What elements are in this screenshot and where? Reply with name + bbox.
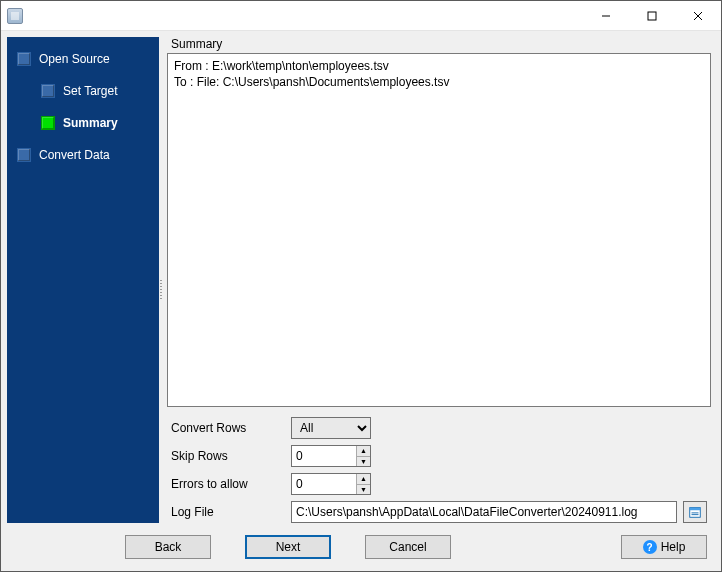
skip-rows-label: Skip Rows [171,449,291,463]
spin-up-icon[interactable]: ▲ [357,446,370,457]
back-button[interactable]: Back [125,535,211,559]
spin-down-icon[interactable]: ▼ [357,485,370,495]
step-label: Convert Data [39,148,110,162]
step-open-source[interactable]: Open Source [7,47,159,71]
browse-log-button[interactable] [683,501,707,523]
summary-textbox[interactable]: From : E:\work\temp\nton\employees.tsv T… [167,53,711,407]
wizard-button-row: Back Next Cancel ? Help [1,523,721,571]
skip-rows-spinner[interactable]: ▲ ▼ [291,445,371,467]
spin-down-icon[interactable]: ▼ [357,457,370,467]
wizard-window: Open Source Set Target Summary Convert D… [0,0,722,572]
log-file-label: Log File [171,505,291,519]
maximize-button[interactable] [629,1,675,30]
wizard-content: Summary From : E:\work\temp\nton\employe… [163,37,715,523]
minimize-button[interactable] [583,1,629,30]
step-label: Set Target [63,84,117,98]
summary-heading: Summary [171,37,711,51]
step-marker-icon [17,52,31,66]
titlebar [1,1,721,31]
convert-rows-label: Convert Rows [171,421,291,435]
app-icon [7,8,23,24]
log-file-input[interactable] [291,501,677,523]
step-label: Summary [63,116,118,130]
step-marker-icon [41,84,55,98]
step-label: Open Source [39,52,110,66]
step-summary[interactable]: Summary [31,111,159,135]
open-file-icon [688,505,702,519]
skip-rows-input[interactable] [292,446,356,466]
step-marker-icon [17,148,31,162]
splitter-handle[interactable] [159,37,163,523]
errors-spinner[interactable]: ▲ ▼ [291,473,371,495]
options-form: Convert Rows All Skip Rows ▲ ▼ [167,417,711,523]
step-set-target[interactable]: Set Target [31,79,159,103]
spin-up-icon[interactable]: ▲ [357,474,370,485]
step-convert-data[interactable]: Convert Data [7,143,159,167]
errors-label: Errors to allow [171,477,291,491]
errors-input[interactable] [292,474,356,494]
convert-rows-select[interactable]: All [291,417,371,439]
svg-rect-5 [690,508,701,511]
svg-rect-1 [648,12,656,20]
help-icon: ? [643,540,657,554]
cancel-button[interactable]: Cancel [365,535,451,559]
help-button[interactable]: ? Help [621,535,707,559]
step-marker-icon [41,116,55,130]
wizard-steps-sidebar: Open Source Set Target Summary Convert D… [7,37,159,523]
close-button[interactable] [675,1,721,30]
next-button[interactable]: Next [245,535,331,559]
